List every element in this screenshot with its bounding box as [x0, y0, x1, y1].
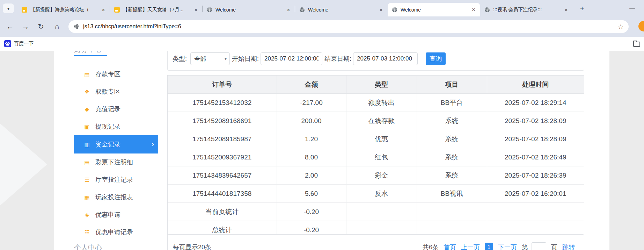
tab-2[interactable]: 【新提醒】天天竞猜（7月... ×: [110, 3, 203, 16]
table-row: 1751444401817358 5.60 反水 BB视讯 2025-07-02…: [168, 185, 584, 203]
sidebar-item-hall-bet-records[interactable]: ☰ 厅室投注记录: [74, 171, 158, 188]
sidebar-item-label: 彩票下注明细: [95, 158, 133, 166]
sidebar-item-label: 存款专区: [95, 70, 120, 78]
wallet-icon: ▣: [83, 123, 91, 130]
bookmark-label: 百度一下: [14, 41, 34, 47]
cell: 2025-07-02 16:20:01: [487, 185, 584, 203]
sidebar-item-lottery-bet-details[interactable]: ▤ 彩票下注明细: [74, 153, 158, 171]
globe-icon: [299, 7, 305, 13]
end-date-label: 结束日期:: [324, 52, 351, 65]
cell: BB视讯: [417, 185, 487, 203]
bookmarks-bar: 百度一下: [0, 37, 644, 51]
forward-icon[interactable]: →: [20, 22, 31, 31]
browser-toolbar: ← → ↻ ⌂ js13.cc/hhcp/usercenter.html?ini…: [0, 16, 644, 37]
close-icon[interactable]: ×: [470, 7, 477, 13]
first-page-link[interactable]: 首页: [444, 243, 456, 250]
site-info-icon[interactable]: [73, 24, 79, 29]
tab-6[interactable]: :::视讯 会员下注纪录::: ×: [480, 3, 573, 16]
globe-icon: [392, 7, 397, 13]
table-row: 1751434839642657 2.00 彩金 系统 2025-07-02 1…: [168, 166, 584, 185]
gift-icon: ◈: [83, 212, 91, 218]
sidebar-item-recharge-records[interactable]: ◆ 充值记录: [74, 100, 158, 118]
close-icon[interactable]: ×: [285, 7, 292, 13]
cell: 1751452153412032: [168, 94, 277, 112]
sidebar-item-deposit-zone[interactable]: ▤ 存款专区: [74, 65, 158, 83]
home-icon[interactable]: ⌂: [51, 22, 63, 31]
tab-1[interactable]: 【新提醒】海燕策略论坛（ ×: [17, 3, 110, 16]
close-icon[interactable]: ×: [193, 7, 199, 13]
report-icon: ▦: [83, 194, 91, 201]
cell: 在线存款: [346, 112, 417, 130]
chevron-down-icon: ▾: [225, 56, 227, 61]
sidebar-item-label: 优惠申请记录: [95, 228, 133, 236]
sidebar-item-label: 提现记录: [95, 122, 120, 131]
tab-search-button[interactable]: ▾: [3, 3, 14, 13]
money-bag-icon: ▥: [83, 141, 91, 148]
table-row-page-total: 当前页统计 -0.20: [168, 203, 584, 221]
cell: 200.00: [277, 112, 346, 130]
bookmark-star-icon[interactable]: ☆: [618, 23, 624, 31]
cell: [417, 203, 487, 221]
search-button[interactable]: 查询: [426, 52, 446, 65]
sidebar-item-label: 厅室投注记录: [95, 176, 133, 184]
cell: 反水: [346, 185, 417, 203]
bookmark-baidu[interactable]: 百度一下: [4, 39, 34, 49]
next-page-link[interactable]: 下一页: [498, 243, 517, 250]
table-row: 1751452089185987 1.20 优惠 系统 2025-07-02 1…: [168, 130, 584, 148]
sidebar-item-withdrawal-records[interactable]: ▣ 提现记录: [74, 118, 158, 135]
deposit-card-icon: ▤: [83, 71, 91, 78]
pagination-controls: 共6条 首页 上一页 1 下一页 第 页 跳转: [423, 242, 575, 250]
address-bar[interactable]: js13.cc/hhcp/usercenter.html?iniType=6 ☆: [68, 20, 629, 33]
close-icon[interactable]: ×: [563, 7, 569, 13]
type-select-value: 全部: [194, 55, 206, 63]
list-icon: ☰: [83, 177, 91, 183]
tab-4[interactable]: Welcome ×: [295, 3, 388, 16]
page-content: 财务中心 ▤ 存款专区 ❖ 取款专区 ◆ 充值记录 ▣ 提现记录 ▥ 资金记录 …: [0, 51, 644, 250]
table-row: 1751452089168691 200.00 在线存款 系统 2025-07-…: [168, 112, 584, 130]
reload-icon[interactable]: ↻: [35, 22, 47, 31]
sidebar-item-promo-apply-records[interactable]: ☷ 优惠申请记录: [74, 223, 158, 241]
browser-window: ▾ 【新提醒】海燕策略论坛（ × 【新提醒】天天竞猜（7月... × Welco…: [0, 0, 644, 250]
profile-avatar[interactable]: [638, 21, 644, 31]
sidebar-item-label: 玩家投注报表: [95, 193, 133, 201]
sidebar-item-player-bet-report[interactable]: ▦ 玩家投注报表: [74, 188, 158, 206]
sidebar-item-label: 取款专区: [95, 87, 120, 96]
sidebar-item-label: 优惠申请: [95, 210, 120, 219]
filter-bar: 类型: 全部 ▾ 开始日期: 结束日期: 查询: [167, 51, 584, 71]
tab-5-active[interactable]: Welcome ×: [388, 3, 480, 16]
section-title: 财务中心: [74, 51, 102, 53]
page-jump-input[interactable]: [532, 242, 546, 250]
cell: 系统: [417, 112, 487, 130]
active-tab-underline: [74, 55, 107, 56]
coins-icon: ❖: [83, 88, 91, 95]
prev-page-link[interactable]: 上一页: [461, 243, 480, 250]
cell: 1751452009367921: [168, 148, 277, 166]
cell: 1751444401817358: [168, 185, 277, 203]
decorative-triangle-icon: [0, 123, 47, 206]
jump-button[interactable]: 跳转: [562, 243, 575, 250]
tab-label: :::视讯 会员下注纪录:::: [493, 7, 561, 13]
table-header-row: 订单号 金额 类型 项目 处理时间: [168, 76, 584, 94]
sidebar-item-funds-records[interactable]: ▥ 资金记录 ›: [74, 135, 158, 153]
minimize-button[interactable]: —: [624, 3, 640, 13]
tab-3[interactable]: Welcome ×: [203, 3, 295, 16]
sidebar-item-promo-apply[interactable]: ◈ 优惠申请: [74, 206, 158, 223]
sidebar-item-withdraw-zone[interactable]: ❖ 取款专区: [74, 83, 158, 100]
type-label: 类型:: [173, 52, 187, 65]
cell: 2025-07-02 18:26:49: [487, 148, 584, 166]
back-icon[interactable]: ←: [4, 22, 16, 31]
folder-icon[interactable]: [633, 42, 640, 47]
close-icon[interactable]: ×: [100, 7, 107, 13]
type-select[interactable]: 全部 ▾: [190, 52, 230, 65]
cell: 2025-07-02 18:26:39: [487, 166, 584, 185]
start-date-input[interactable]: [261, 52, 322, 65]
end-date-input[interactable]: [353, 52, 418, 65]
header-type: 类型: [346, 76, 417, 94]
close-icon[interactable]: ×: [378, 7, 384, 13]
orders-table: 订单号 金额 类型 项目 处理时间 1751452153412032 -217.…: [167, 75, 584, 239]
cell: 2025-07-02 18:28:09: [487, 130, 584, 148]
cell: 系统: [417, 130, 487, 148]
new-tab-button[interactable]: +: [577, 4, 587, 13]
current-page[interactable]: 1: [485, 243, 493, 250]
cell: 1.20: [277, 130, 346, 148]
